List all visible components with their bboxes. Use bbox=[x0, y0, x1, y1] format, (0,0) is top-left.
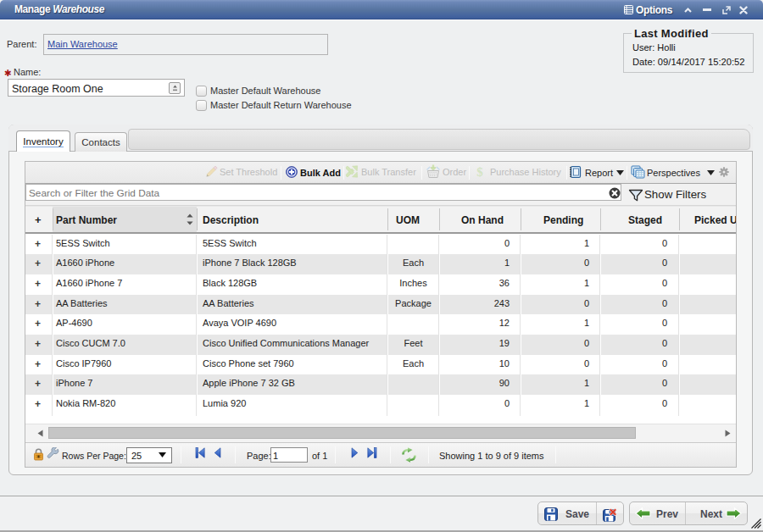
svg-text:$: $ bbox=[476, 165, 483, 179]
